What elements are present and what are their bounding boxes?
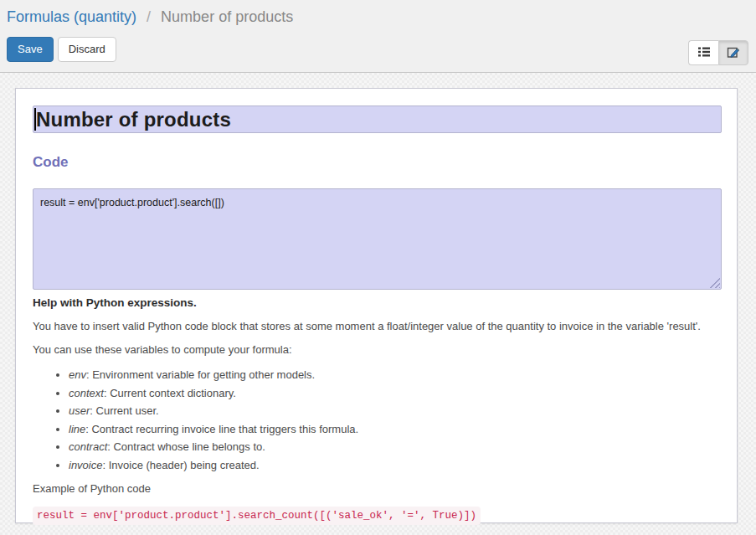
textarea-resize-handle[interactable] [710, 278, 720, 288]
list-item: env: Environment variable for getting ot… [69, 368, 720, 382]
form-edit-icon [727, 45, 740, 61]
list-view-button[interactable] [688, 40, 718, 65]
view-switcher [688, 40, 748, 65]
list-view-icon [697, 46, 711, 60]
variable-desc: : Invoice (header) being created. [102, 459, 259, 471]
form-sheet: Number of products Code result = env['pr… [15, 88, 738, 523]
variable-name: env [69, 368, 86, 381]
view-body: Number of products Code result = env['pr… [0, 73, 756, 535]
list-item: line: Contract recurring invoice line th… [69, 423, 720, 436]
toolbar: Save Discard [7, 37, 749, 62]
breadcrumb: Formulas (quantity) / Number of products [7, 7, 749, 27]
variable-desc: : Current context dictionary. [104, 387, 236, 399]
help-variables-intro: You can use these variables to compute y… [33, 343, 720, 357]
list-item: contract: Contract whose line belongs to… [69, 440, 720, 454]
page: Formulas (quantity) / Number of products… [0, 0, 756, 535]
variable-name: context [69, 387, 104, 399]
variables-list: env: Environment variable for getting ot… [33, 368, 720, 472]
list-item: user: Current user. [69, 404, 720, 418]
variable-desc: : Environment variable for getting other… [86, 368, 315, 381]
breadcrumb-parent-link[interactable]: Formulas (quantity) [7, 8, 136, 25]
variable-desc: : Current user. [90, 404, 158, 417]
control-panel: Formulas (quantity) / Number of products… [0, 0, 756, 73]
form-view-button[interactable] [718, 40, 748, 65]
save-button[interactable]: Save [7, 37, 54, 62]
variable-desc: : Contract whose line belongs to. [107, 440, 265, 453]
code-section-label: Code [33, 154, 720, 171]
breadcrumb-separator: / [147, 8, 151, 25]
variable-desc: : Contract recurring invoice line that t… [85, 423, 358, 435]
code-value: result = env['product.product'].search([… [40, 197, 224, 208]
variable-name: invoice [69, 459, 102, 471]
example-code: result = env['product.product'].search_c… [33, 507, 481, 525]
name-value: Number of products [36, 108, 231, 131]
list-item: context: Current context dictionary. [69, 387, 720, 400]
list-item: invoice: Invoice (header) being created. [69, 459, 720, 472]
help-heading: Help with Python expressions. [33, 296, 720, 310]
help-block: Help with Python expressions. You have t… [33, 296, 720, 525]
example-label: Example of Python code [33, 482, 720, 496]
discard-button[interactable]: Discard [58, 37, 116, 62]
variable-name: user [69, 404, 90, 417]
breadcrumb-current: Number of products [161, 8, 293, 25]
name-input[interactable]: Number of products [33, 105, 722, 133]
help-intro: You have to insert valid Python code blo… [33, 320, 720, 333]
variable-name: line [69, 423, 85, 435]
variable-name: contract [69, 440, 107, 453]
code-textarea[interactable]: result = env['product.product'].search([… [33, 188, 722, 290]
